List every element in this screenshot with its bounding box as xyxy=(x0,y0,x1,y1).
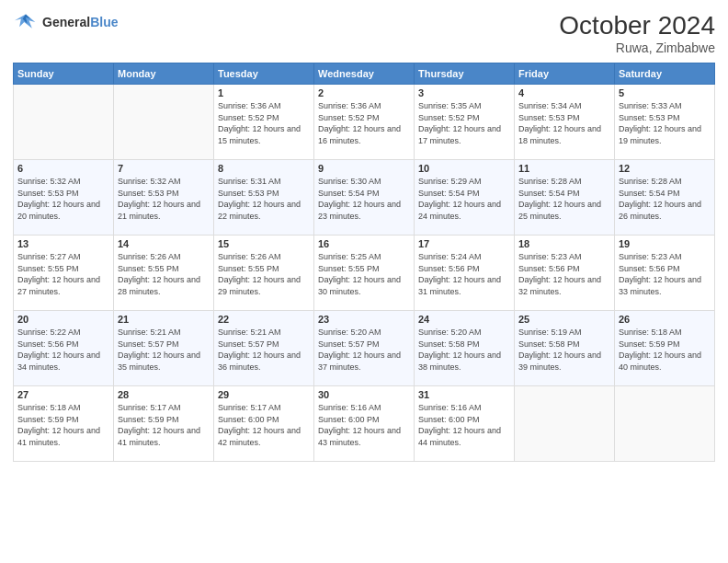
title-section: October 2024 Ruwa, Zimbabwe xyxy=(559,11,715,55)
day-number: 7 xyxy=(118,163,210,174)
day-cell: 13Sunrise: 5:27 AMSunset: 5:55 PMDayligh… xyxy=(14,236,114,311)
day-cell: 14Sunrise: 5:26 AMSunset: 5:55 PMDayligh… xyxy=(114,236,214,311)
day-number: 4 xyxy=(518,87,610,98)
day-cell xyxy=(14,85,114,160)
day-info: Sunrise: 5:16 AMSunset: 6:00 PMDaylight:… xyxy=(318,402,410,448)
day-info: Sunrise: 5:32 AMSunset: 5:53 PMDaylight:… xyxy=(118,176,210,222)
day-info: Sunrise: 5:32 AMSunset: 5:53 PMDaylight:… xyxy=(17,176,109,222)
day-number: 3 xyxy=(418,87,510,98)
header-cell-tuesday: Tuesday xyxy=(214,63,314,85)
header: GeneralBlue October 2024 Ruwa, Zimbabwe xyxy=(13,11,715,55)
day-cell: 17Sunrise: 5:24 AMSunset: 5:56 PMDayligh… xyxy=(415,236,515,311)
day-info: Sunrise: 5:21 AMSunset: 5:57 PMDaylight:… xyxy=(118,327,210,373)
week-row-2: 13Sunrise: 5:27 AMSunset: 5:55 PMDayligh… xyxy=(14,236,715,311)
day-info: Sunrise: 5:26 AMSunset: 5:55 PMDaylight:… xyxy=(118,251,210,297)
day-info: Sunrise: 5:26 AMSunset: 5:55 PMDaylight:… xyxy=(218,251,310,297)
header-cell-wednesday: Wednesday xyxy=(314,63,415,85)
day-cell: 16Sunrise: 5:25 AMSunset: 5:55 PMDayligh… xyxy=(314,236,415,311)
day-number: 11 xyxy=(518,163,610,174)
day-number: 6 xyxy=(17,163,109,174)
day-number: 9 xyxy=(318,163,410,174)
day-number: 5 xyxy=(619,87,711,98)
header-cell-friday: Friday xyxy=(515,63,615,85)
day-number: 20 xyxy=(17,314,109,325)
calendar-table: SundayMondayTuesdayWednesdayThursdayFrid… xyxy=(13,63,715,462)
logo-text: GeneralBlue xyxy=(42,15,118,29)
day-info: Sunrise: 5:25 AMSunset: 5:55 PMDaylight:… xyxy=(318,251,410,297)
day-info: Sunrise: 5:36 AMSunset: 5:52 PMDaylight:… xyxy=(318,100,410,146)
day-number: 14 xyxy=(118,238,210,249)
day-cell: 30Sunrise: 5:16 AMSunset: 6:00 PMDayligh… xyxy=(314,386,415,462)
day-cell: 7Sunrise: 5:32 AMSunset: 5:53 PMDaylight… xyxy=(114,160,214,236)
week-row-3: 20Sunrise: 5:22 AMSunset: 5:56 PMDayligh… xyxy=(14,311,715,386)
day-cell: 19Sunrise: 5:23 AMSunset: 5:56 PMDayligh… xyxy=(615,236,715,311)
day-cell: 15Sunrise: 5:26 AMSunset: 5:55 PMDayligh… xyxy=(214,236,314,311)
day-info: Sunrise: 5:17 AMSunset: 5:59 PMDaylight:… xyxy=(118,402,210,448)
logo: GeneralBlue xyxy=(13,11,118,33)
day-number: 31 xyxy=(418,389,510,400)
header-row: SundayMondayTuesdayWednesdayThursdayFrid… xyxy=(14,63,715,85)
day-number: 15 xyxy=(218,238,310,249)
day-number: 29 xyxy=(218,389,310,400)
day-number: 30 xyxy=(318,389,410,400)
day-number: 24 xyxy=(418,314,510,325)
day-cell: 22Sunrise: 5:21 AMSunset: 5:57 PMDayligh… xyxy=(214,311,314,386)
day-cell: 8Sunrise: 5:31 AMSunset: 5:53 PMDaylight… xyxy=(214,160,314,236)
day-cell: 20Sunrise: 5:22 AMSunset: 5:56 PMDayligh… xyxy=(14,311,114,386)
day-cell: 26Sunrise: 5:18 AMSunset: 5:59 PMDayligh… xyxy=(615,311,715,386)
day-cell: 18Sunrise: 5:23 AMSunset: 5:56 PMDayligh… xyxy=(515,236,615,311)
day-cell: 11Sunrise: 5:28 AMSunset: 5:54 PMDayligh… xyxy=(515,160,615,236)
day-number: 2 xyxy=(318,87,410,98)
day-number: 10 xyxy=(418,163,510,174)
logo-icon xyxy=(13,11,39,33)
day-info: Sunrise: 5:23 AMSunset: 5:56 PMDaylight:… xyxy=(518,251,610,297)
day-cell: 27Sunrise: 5:18 AMSunset: 5:59 PMDayligh… xyxy=(14,386,114,462)
day-number: 21 xyxy=(118,314,210,325)
day-cell xyxy=(114,85,214,160)
day-info: Sunrise: 5:18 AMSunset: 5:59 PMDaylight:… xyxy=(17,402,109,448)
day-info: Sunrise: 5:22 AMSunset: 5:56 PMDaylight:… xyxy=(17,327,109,373)
day-info: Sunrise: 5:35 AMSunset: 5:52 PMDaylight:… xyxy=(418,100,510,146)
day-number: 18 xyxy=(518,238,610,249)
day-cell: 28Sunrise: 5:17 AMSunset: 5:59 PMDayligh… xyxy=(114,386,214,462)
day-info: Sunrise: 5:34 AMSunset: 5:53 PMDaylight:… xyxy=(518,100,610,146)
day-number: 17 xyxy=(418,238,510,249)
day-cell: 31Sunrise: 5:16 AMSunset: 6:00 PMDayligh… xyxy=(415,386,515,462)
day-info: Sunrise: 5:29 AMSunset: 5:54 PMDaylight:… xyxy=(418,176,510,222)
location: Ruwa, Zimbabwe xyxy=(559,40,715,55)
day-info: Sunrise: 5:24 AMSunset: 5:56 PMDaylight:… xyxy=(418,251,510,297)
day-cell: 29Sunrise: 5:17 AMSunset: 6:00 PMDayligh… xyxy=(214,386,314,462)
day-number: 1 xyxy=(218,87,310,98)
day-number: 8 xyxy=(218,163,310,174)
day-cell: 1Sunrise: 5:36 AMSunset: 5:52 PMDaylight… xyxy=(214,85,314,160)
day-number: 22 xyxy=(218,314,310,325)
day-cell: 3Sunrise: 5:35 AMSunset: 5:52 PMDaylight… xyxy=(415,85,515,160)
day-cell: 25Sunrise: 5:19 AMSunset: 5:58 PMDayligh… xyxy=(515,311,615,386)
day-cell: 23Sunrise: 5:20 AMSunset: 5:57 PMDayligh… xyxy=(314,311,415,386)
header-cell-saturday: Saturday xyxy=(615,63,715,85)
day-cell xyxy=(515,386,615,462)
day-info: Sunrise: 5:21 AMSunset: 5:57 PMDaylight:… xyxy=(218,327,310,373)
day-info: Sunrise: 5:23 AMSunset: 5:56 PMDaylight:… xyxy=(619,251,711,297)
day-cell: 4Sunrise: 5:34 AMSunset: 5:53 PMDaylight… xyxy=(515,85,615,160)
day-number: 26 xyxy=(619,314,711,325)
day-cell: 2Sunrise: 5:36 AMSunset: 5:52 PMDaylight… xyxy=(314,85,415,160)
day-cell: 9Sunrise: 5:30 AMSunset: 5:54 PMDaylight… xyxy=(314,160,415,236)
day-info: Sunrise: 5:19 AMSunset: 5:58 PMDaylight:… xyxy=(518,327,610,373)
header-cell-monday: Monday xyxy=(114,63,214,85)
day-cell: 10Sunrise: 5:29 AMSunset: 5:54 PMDayligh… xyxy=(415,160,515,236)
day-info: Sunrise: 5:30 AMSunset: 5:54 PMDaylight:… xyxy=(318,176,410,222)
day-number: 16 xyxy=(318,238,410,249)
day-info: Sunrise: 5:33 AMSunset: 5:53 PMDaylight:… xyxy=(619,100,711,146)
day-cell: 6Sunrise: 5:32 AMSunset: 5:53 PMDaylight… xyxy=(14,160,114,236)
week-row-0: 1Sunrise: 5:36 AMSunset: 5:52 PMDaylight… xyxy=(14,85,715,160)
calendar-container: GeneralBlue October 2024 Ruwa, Zimbabwe … xyxy=(0,0,728,563)
day-number: 27 xyxy=(17,389,109,400)
week-row-4: 27Sunrise: 5:18 AMSunset: 5:59 PMDayligh… xyxy=(14,386,715,462)
day-info: Sunrise: 5:17 AMSunset: 6:00 PMDaylight:… xyxy=(218,402,310,448)
day-cell: 24Sunrise: 5:20 AMSunset: 5:58 PMDayligh… xyxy=(415,311,515,386)
day-number: 25 xyxy=(518,314,610,325)
day-number: 28 xyxy=(118,389,210,400)
month-title: October 2024 xyxy=(559,11,715,40)
day-info: Sunrise: 5:16 AMSunset: 6:00 PMDaylight:… xyxy=(418,402,510,448)
